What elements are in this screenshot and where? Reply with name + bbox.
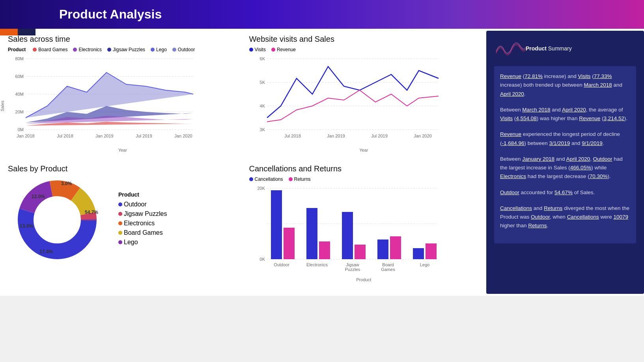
- legend-label-visits: Visits: [255, 47, 266, 52]
- svg-text:Outdoor: Outdoor: [274, 262, 289, 267]
- donut-svg: 54.7% 17.4% 13.0% 12.0% 3.0%: [8, 176, 106, 263]
- donut-container: 54.7% 17.4% 13.0% 12.0% 3.0% Product Out…: [8, 176, 237, 263]
- summary-title-bold: Product: [526, 45, 547, 52]
- cancellation-diff: 10079: [613, 214, 628, 220]
- legend-label-board-games: Board Games: [38, 47, 67, 52]
- sales-legend: Product Board Games Electronics Jigsaw P…: [8, 47, 237, 52]
- revenue-link-3: Revenue: [500, 131, 521, 137]
- legend-revenue: Revenue: [271, 47, 296, 52]
- svg-text:80M: 80M: [15, 56, 24, 61]
- legend-label-cancellations: Cancellations: [255, 176, 283, 182]
- summary-title: Product Summary: [526, 44, 572, 53]
- donut-legend-jigsaw: Jigsaw Puzzles: [118, 210, 167, 217]
- legend-electronics: Electronics: [73, 47, 102, 52]
- svg-text:6K: 6K: [259, 56, 265, 61]
- revenue-link-2: Revenue: [579, 115, 600, 121]
- svg-text:Games: Games: [381, 267, 395, 272]
- cancellations-link: Cancellations: [500, 205, 532, 211]
- visits-avg: 4,554.08: [516, 115, 537, 121]
- donut-label-jigsaw: Jigsaw Puzzles: [124, 210, 167, 217]
- sales-chart-container: Sales 80M 60M 40M 20M: [8, 55, 237, 152]
- sales-across-time-title: Sales across time: [8, 35, 237, 44]
- jan-2018-link: January 2018: [522, 156, 554, 162]
- summary-title-rest: Summary: [548, 45, 572, 52]
- electronics-returns-bar: [319, 241, 330, 259]
- summary-header: Product Summary: [494, 39, 636, 58]
- svg-text:Lego: Lego: [420, 262, 429, 267]
- sales-by-product-title: Sales by Product: [8, 164, 237, 173]
- cancellations-chart-container: 20K 0K: [249, 184, 479, 282]
- legend-dot-returns: [289, 177, 293, 181]
- product-legend-label: Product: [8, 47, 26, 52]
- date-end: 9/1/2019: [582, 140, 603, 146]
- svg-text:Jul 2019: Jul 2019: [371, 134, 388, 138]
- cancellations-link-2: Cancellations: [567, 214, 599, 220]
- website-visits-title: Website visits and Sales: [249, 35, 479, 44]
- svg-text:Jan 2019: Jan 2019: [327, 134, 345, 138]
- summary-p3: Revenue experienced the longest period o…: [500, 130, 630, 148]
- legend-label-returns: Returns: [294, 176, 311, 182]
- legend-label-lego: Lego: [156, 47, 167, 52]
- march-2018-link: March 2018: [584, 82, 612, 88]
- donut-hole: [35, 198, 79, 241]
- legend-label-revenue: Revenue: [277, 47, 296, 52]
- jigsaw-returns-bar: [355, 245, 366, 259]
- donut-dot-lego: [118, 240, 122, 244]
- visits-legend: Visits Revenue: [249, 47, 479, 52]
- summary-wave-icon: [494, 39, 526, 58]
- cancellations-legend: Cancellations Returns: [249, 176, 479, 182]
- svg-text:4K: 4K: [259, 104, 265, 108]
- summary-p5: Outdoor accounted for 54.67% of Sales.: [500, 188, 630, 197]
- svg-text:Puzzles: Puzzles: [345, 267, 360, 272]
- outdoor-cancel-bar: [271, 190, 282, 259]
- revenue-pct-1: 72.81%: [525, 73, 543, 79]
- legend-cancellations: Cancellations: [249, 176, 283, 182]
- legend-dot-electronics: [73, 48, 77, 52]
- electronics-link: Electronics: [500, 173, 526, 179]
- outdoor-link-1: Outdoor: [593, 156, 612, 162]
- legend-dot-jigsaw: [107, 48, 111, 52]
- legend-label-outdoor: Outdoor: [178, 47, 195, 52]
- lego-pct-label: 17.4%: [39, 249, 53, 254]
- cancellations-x-axis-title: Product: [249, 277, 479, 282]
- donut-label-outdoor: Outdoor: [124, 201, 147, 208]
- left-panel: Sales across time Product Board Games El…: [0, 31, 486, 294]
- cancellations-section: Cancellations and Returns Cancellations …: [249, 164, 479, 282]
- svg-text:Jul 2019: Jul 2019: [136, 134, 152, 138]
- svg-text:Jan 2018: Jan 2018: [17, 134, 34, 138]
- legend-dot-revenue: [271, 48, 275, 52]
- legend-label-electronics: Electronics: [78, 47, 102, 52]
- sales-y-axis-title: Sales: [0, 100, 5, 111]
- legend-lego: Lego: [151, 47, 167, 52]
- legend-label-jigsaw: Jigsaw Puzzles: [113, 47, 145, 52]
- sales-x-axis-title: Year: [8, 148, 237, 152]
- revenue-link-1: Revenue: [500, 73, 521, 79]
- cancellations-title: Cancellations and Returns: [249, 164, 479, 173]
- april-2020-link-3: April 2020: [566, 156, 590, 162]
- cancellations-chart-svg: 20K 0K: [249, 184, 442, 275]
- summary-p2: Between March 2018 and April 2020, the a…: [500, 106, 630, 123]
- donut-dot-jigsaw: [118, 212, 122, 216]
- donut-legend-board-games: Board Games: [118, 229, 167, 236]
- donut-label-board-games: Board Games: [124, 229, 163, 236]
- summary-p1: Revenue (72.81% increase) and Visits (77…: [500, 72, 630, 98]
- summary-p6: Cancellations and Returns diverged the m…: [500, 204, 630, 230]
- svg-text:Jigsaw: Jigsaw: [346, 262, 359, 267]
- header: Product Analysis: [0, 0, 644, 29]
- svg-text:Jul 2018: Jul 2018: [57, 134, 73, 138]
- april-2020-link-1: April 2020: [500, 91, 524, 97]
- electronics-pct-label: 13.0%: [20, 223, 33, 229]
- lego-returns-bar: [426, 243, 437, 259]
- legend-dot-cancellations: [249, 177, 253, 181]
- donut-dot-board-games: [118, 231, 122, 235]
- visits-x-axis-title: Year: [249, 148, 479, 152]
- legend-outdoor: Outdoor: [172, 47, 195, 52]
- svg-text:Jul 2018: Jul 2018: [284, 134, 301, 138]
- svg-text:5K: 5K: [259, 80, 265, 85]
- legend-board-games: Board Games: [33, 47, 67, 52]
- legend-dot-visits: [249, 48, 253, 52]
- donut-dot-outdoor: [118, 202, 122, 206]
- sales-across-time-section: Sales across time Product Board Games El…: [8, 35, 237, 152]
- donut-label-electronics: Electronics: [124, 220, 155, 227]
- svg-text:60M: 60M: [15, 74, 24, 79]
